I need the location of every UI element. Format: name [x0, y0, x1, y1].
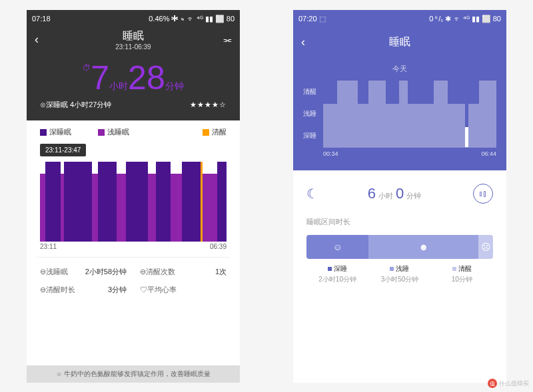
total-sleep-time: 6小时0分钟: [368, 185, 424, 202]
moon-icon: ☾: [306, 186, 318, 202]
header: ‹ 睡眠 23:11-06:39 ⫘: [27, 27, 240, 52]
back-icon[interactable]: ‹: [35, 33, 39, 47]
header: ‹ 睡眠: [293, 27, 506, 57]
chart-x-axis: 23:1106:39: [27, 242, 240, 257]
today-label: 今天: [303, 64, 496, 74]
share-icon[interactable]: ⫘: [223, 35, 232, 45]
hero-section: 今天 清醒浅睡深睡 00:3406:44: [293, 57, 506, 170]
light-segment: ☻: [368, 235, 478, 259]
breakdown-legend: 深睡2小时10分钟 浅睡3小时50分钟 清醒10分钟: [293, 264, 506, 284]
phone-left: 07:18 0.46% ✱ ⇋ ᯤ ⁴ᴳ ▮▮ ⬜ 80 ‹ 睡眠 23:11-…: [27, 10, 240, 383]
awake-segment: ☹: [478, 235, 493, 259]
chart-legend: 深睡眠 浅睡眠 清醒: [27, 120, 240, 144]
stats-button[interactable]: ⫾⫿: [473, 184, 493, 204]
watermark: 值什么值得买: [488, 379, 529, 388]
sleep-tip: ☼ 牛奶中的色氨酸能够发挥镇定作用，改善睡眠质量: [27, 365, 240, 383]
deep-sleep-label: ⊙深睡眠: [40, 100, 68, 108]
status-bar: 07:20 ⬚ 0 ᵏ/ₛ ✱ ᯤ ⁴ᴳ ▮▮ ⬜ 80: [293, 10, 506, 27]
phone-right: 07:20 ⬚ 0 ᵏ/ₛ ✱ ᯤ ⁴ᴳ ▮▮ ⬜ 80 ‹ 睡眠 今天 清醒浅…: [293, 10, 506, 383]
summary-row: ☾ 6小时0分钟 ⫾⫿: [293, 170, 506, 217]
status-bar: 07:18 0.46% ✱ ⇋ ᯤ ⁴ᴳ ▮▮ ⬜ 80: [27, 10, 240, 27]
deep-sleep-value: 4小时27分钟: [70, 100, 111, 108]
total-sleep-time: ⏱7小时28分钟: [27, 59, 240, 97]
status-time: 07:20 ⬚: [298, 15, 326, 23]
page-title: 睡眠: [389, 35, 410, 49]
deep-segment: ☺: [306, 235, 368, 259]
sleep-chart[interactable]: [40, 162, 227, 242]
chart-tooltip: 23:11-23:47: [40, 144, 86, 156]
breakdown-bar: ☺ ☻ ☹: [306, 235, 493, 259]
status-time: 07:18: [32, 15, 51, 23]
section-title: 睡眠区间时长: [293, 217, 506, 227]
sleep-chart[interactable]: 清醒浅睡深睡 00:3406:44: [303, 81, 496, 160]
back-icon[interactable]: ‹: [301, 35, 305, 49]
page-title: 睡眠: [115, 29, 151, 43]
stats-grid: ⊖浅睡眠2小时58分钟 ⊖清醒次数1次 ⊖清醒时长3分钟 ♡平均心率: [27, 258, 240, 304]
hero-section: ⏱7小时28分钟 ⊙深睡眠 4小时27分钟 ★★★★☆: [27, 52, 240, 120]
time-range: 23:11-06:39: [115, 43, 151, 51]
rating-stars: ★★★★☆: [190, 100, 227, 109]
